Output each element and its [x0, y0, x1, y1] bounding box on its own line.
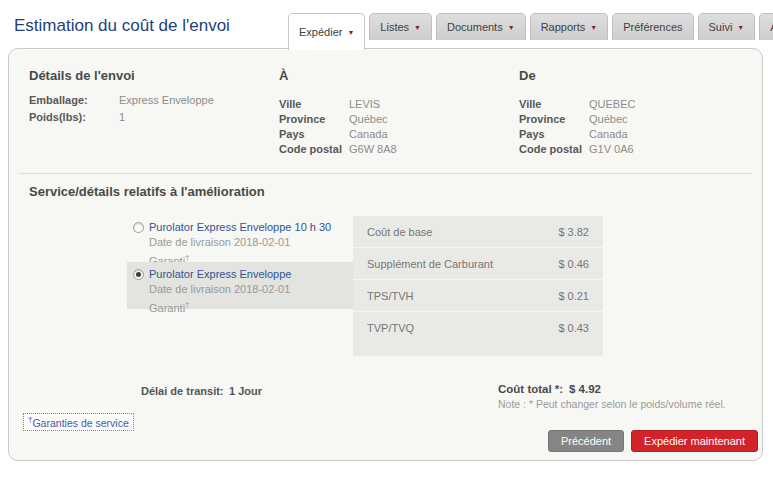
total-cost-note: Note : * Peut changer selon le poids/vol… — [498, 398, 726, 410]
total-cost-value: $ 4.92 — [569, 383, 601, 395]
tab-preferences[interactable]: Préférences — [612, 13, 693, 40]
service-option-delivery-date: Date de livraison 2018-02-01 — [149, 282, 357, 297]
service-option-express[interactable]: Purolator Express Enveloppe Date de livr… — [127, 262, 357, 309]
estimate-panel: Détails de l'envoi Emballage: Express En… — [8, 48, 763, 461]
cost-amount: $ 0.21 — [558, 290, 589, 302]
main-nav-tabs: Expédier ▼ Listes ▼ Documents ▼ Rapports… — [288, 13, 773, 50]
tab-rapports[interactable]: Rapports ▼ — [530, 13, 609, 40]
service-section-heading: Service/détails relatifs à l'amélioratio… — [29, 184, 265, 199]
field-label: Emballage: — [29, 94, 88, 106]
service-guarantees-link[interactable]: †Garanties de service — [23, 413, 134, 431]
field-label: Pays — [519, 128, 545, 140]
field-value: Canada — [349, 128, 388, 140]
cost-amount: $ 0.46 — [558, 258, 589, 270]
service-option-title[interactable]: Purolator Express Enveloppe 10 h 30 — [149, 220, 357, 235]
field-value: Express Enveloppe — [119, 94, 214, 106]
chevron-down-icon: ▼ — [590, 24, 597, 31]
shipping-estimate-screen: Estimation du coût de l'envoi Expédier ▼… — [0, 0, 773, 480]
tab-label: Documents — [447, 21, 503, 33]
tab-aide[interactable]: Aide ▼ — [759, 13, 773, 40]
field-value: G1V 0A6 — [589, 143, 634, 155]
tab-label: Listes — [380, 21, 409, 33]
service-option-title[interactable]: Purolator Express Enveloppe — [149, 267, 357, 282]
field-label: Province — [279, 113, 325, 125]
ship-now-button[interactable]: Expédier maintenant — [631, 430, 758, 452]
tab-label: Suivi — [709, 21, 733, 33]
field-label: Pays — [279, 128, 305, 140]
cost-row: TPS/TVH $ 0.21 — [353, 280, 603, 312]
field-value: LEVIS — [349, 98, 380, 110]
tab-expedier[interactable]: Expédier ▼ — [288, 13, 365, 50]
tab-documents[interactable]: Documents ▼ — [436, 13, 526, 40]
dagger-mark: † — [185, 253, 189, 262]
cost-row: TVP/TVQ $ 0.43 — [353, 312, 603, 344]
radio-button-unselected[interactable] — [133, 222, 144, 233]
cost-label: Supplément de Carburant — [367, 258, 493, 270]
cost-label: TVP/TVQ — [367, 322, 414, 334]
field-label: Code postal — [519, 143, 582, 155]
cost-breakdown-panel: Coût de base $ 3.82 Supplément de Carbur… — [353, 216, 603, 356]
transit-time-value: 1 Jour — [229, 385, 262, 397]
chevron-down-icon: ▼ — [508, 24, 515, 31]
field-value: Québec — [589, 113, 628, 125]
section-divider — [19, 173, 752, 174]
tab-label: Rapports — [541, 21, 586, 33]
cost-label: Coût de base — [367, 226, 432, 238]
cost-row: Supplément de Carburant $ 0.46 — [353, 248, 603, 280]
dagger-mark: † — [185, 300, 189, 309]
chevron-down-icon: ▼ — [414, 24, 421, 31]
transit-time-label: Délai de transit: — [141, 385, 224, 397]
field-label: Ville — [519, 98, 541, 110]
field-value: QUEBEC — [589, 98, 635, 110]
tab-suivi[interactable]: Suivi ▼ — [698, 13, 756, 40]
field-value: 1 — [119, 111, 125, 123]
previous-button[interactable]: Précédent — [548, 430, 624, 452]
total-cost-label: Coût total *: — [498, 383, 563, 395]
field-label: Poids(lbs): — [29, 111, 86, 123]
service-option-guarantee: Garanti† — [149, 297, 357, 316]
radio-button-selected[interactable] — [133, 269, 144, 280]
action-buttons: Précédent Expédier maintenant — [548, 430, 758, 452]
field-value: G6W 8A8 — [349, 143, 397, 155]
cost-label: TPS/TVH — [367, 290, 413, 302]
tab-label: Préférences — [623, 21, 682, 33]
to-heading: À — [279, 68, 288, 83]
shipment-details-heading: Détails de l'envoi — [29, 68, 135, 83]
cost-amount: $ 3.82 — [558, 226, 589, 238]
service-option-delivery-date: Date de livraison 2018-02-01 — [149, 235, 357, 250]
tab-label: Expédier — [299, 26, 342, 38]
chevron-down-icon: ▼ — [737, 24, 744, 31]
field-value: Québec — [349, 113, 388, 125]
field-value: Canada — [589, 128, 628, 140]
field-label: Code postal — [279, 143, 342, 155]
from-heading: De — [519, 68, 536, 83]
cost-row: Coût de base $ 3.82 — [353, 216, 603, 248]
tab-listes[interactable]: Listes ▼ — [369, 13, 432, 40]
field-label: Ville — [279, 98, 301, 110]
page-title: Estimation du coût de l'envoi — [14, 16, 230, 36]
cost-amount: $ 0.43 — [558, 322, 589, 334]
field-label: Province — [519, 113, 565, 125]
chevron-down-icon: ▼ — [347, 29, 354, 36]
